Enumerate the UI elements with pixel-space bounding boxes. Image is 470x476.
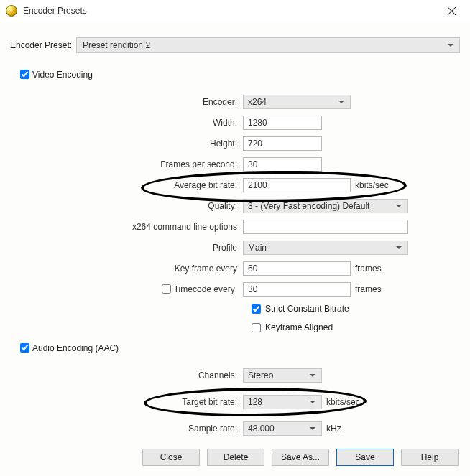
close-button[interactable]: Close [142, 449, 200, 466]
delete-button[interactable]: Delete [207, 449, 264, 466]
app-icon [6, 5, 17, 17]
height-row: Height: [34, 133, 460, 154]
keyframe-unit: frames [355, 263, 382, 274]
timecode-unit: frames [355, 284, 382, 294]
quality-label: Quality: [34, 201, 243, 211]
video-encoding-label: Video Encoding [32, 70, 93, 80]
kf-aligned-checkbox[interactable] [252, 323, 261, 332]
sample-rate-select[interactable]: 48.000 [243, 421, 322, 436]
quality-row: Quality: 3 - (Very Fast encoding) Defaul… [34, 195, 460, 216]
button-bar: Close Delete Save As... Save Help [142, 449, 459, 466]
strict-cbr-row: Strict Constant Bitrate [249, 299, 460, 318]
save-button[interactable]: Save [336, 449, 394, 466]
keyframe-row: Key frame every frames [34, 258, 460, 279]
video-form: Encoder: x264 Width: Height: Frames per … [34, 91, 460, 337]
encoder-row: Encoder: x264 [34, 91, 460, 112]
sample-rate-unit: kHz [326, 424, 341, 434]
width-field[interactable] [243, 116, 322, 130]
avg-bitrate-row: Average bit rate: kbits/sec [34, 174, 460, 195]
channels-select[interactable]: Stereo [243, 368, 322, 383]
profile-select[interactable]: Main [243, 241, 408, 255]
sample-rate-label: Sample rate: [34, 424, 243, 434]
audio-encoding-checkbox[interactable] [20, 343, 29, 353]
height-label: Height: [34, 139, 243, 149]
target-bitrate-label: Target bit rate: [34, 397, 243, 407]
width-row: Width: [34, 112, 460, 133]
kf-aligned-label: Keyframe Aligned [265, 322, 333, 332]
cmdline-field[interactable] [243, 220, 408, 234]
channels-label: Channels: [34, 370, 243, 381]
fps-row: Frames per second: [34, 154, 460, 174]
window-title: Encoder Presets [23, 6, 437, 16]
close-icon[interactable] [437, 0, 466, 22]
timecode-field[interactable] [243, 282, 351, 297]
channels-value: Stereo [248, 370, 273, 381]
width-label: Width: [34, 118, 243, 128]
video-encoding-checkbox[interactable] [20, 70, 29, 79]
timecode-checkbox[interactable] [162, 284, 171, 294]
titlebar: Encoder Presets [0, 0, 470, 22]
audio-form: Channels: Stereo Target bit rate: 128 kb… [34, 365, 460, 439]
target-bitrate-select[interactable]: 128 [243, 395, 322, 409]
strict-cbr-label: Strict Constant Bitrate [265, 304, 349, 314]
encoder-select[interactable]: x264 [243, 95, 351, 109]
content: Encoder Preset: Preset rendition 2 Video… [0, 22, 470, 439]
timecode-label-cell: Timecode every [34, 282, 243, 296]
kf-aligned-row: Keyframe Aligned [249, 318, 460, 337]
channels-row: Channels: Stereo [34, 365, 460, 386]
target-bitrate-unit: kbits/sec [326, 397, 360, 407]
target-bitrate-row: Target bit rate: 128 kbits/sec [34, 391, 460, 412]
encoder-preset-row: Encoder Preset: Preset rendition 2 [10, 37, 460, 53]
encoder-preset-select[interactable]: Preset rendition 2 [76, 37, 460, 53]
sample-rate-value: 48.000 [248, 424, 275, 434]
encoder-value: x264 [248, 97, 267, 107]
keyframe-label: Key frame every [34, 263, 243, 274]
video-encoding-check-row: Video Encoding [17, 67, 460, 81]
avg-bitrate-label: Average bit rate: [34, 180, 243, 190]
sample-rate-row: Sample rate: 48.000 kHz [34, 418, 460, 439]
help-button[interactable]: Help [401, 449, 459, 466]
encoder-label: Encoder: [34, 97, 243, 107]
profile-row: Profile Main [34, 237, 460, 258]
cmdline-label: x264 command line options [34, 222, 243, 232]
avg-bitrate-unit: kbits/sec [355, 180, 389, 190]
height-field[interactable] [243, 136, 322, 151]
audio-encoding-label: Audio Encoding (AAC) [32, 343, 119, 353]
profile-label: Profile [34, 243, 243, 253]
encoder-preset-value: Preset rendition 2 [83, 40, 150, 50]
quality-select[interactable]: 3 - (Very Fast encoding) Default [243, 199, 408, 213]
profile-value: Main [248, 243, 267, 253]
save-as-button[interactable]: Save As... [272, 449, 329, 466]
audio-encoding-check-row: Audio Encoding (AAC) [17, 341, 460, 355]
fps-field[interactable] [243, 157, 322, 172]
cmdline-row: x264 command line options [34, 216, 460, 237]
encoder-preset-label: Encoder Preset: [10, 40, 76, 50]
timecode-label: Timecode every [174, 284, 235, 294]
timecode-row: Timecode every frames [34, 279, 460, 299]
strict-cbr-checkbox[interactable] [252, 304, 261, 314]
fps-label: Frames per second: [34, 159, 243, 169]
quality-value: 3 - (Very Fast encoding) Default [248, 201, 369, 211]
keyframe-field[interactable] [243, 261, 351, 276]
target-bitrate-value: 128 [248, 397, 262, 407]
avg-bitrate-field[interactable] [243, 178, 351, 192]
